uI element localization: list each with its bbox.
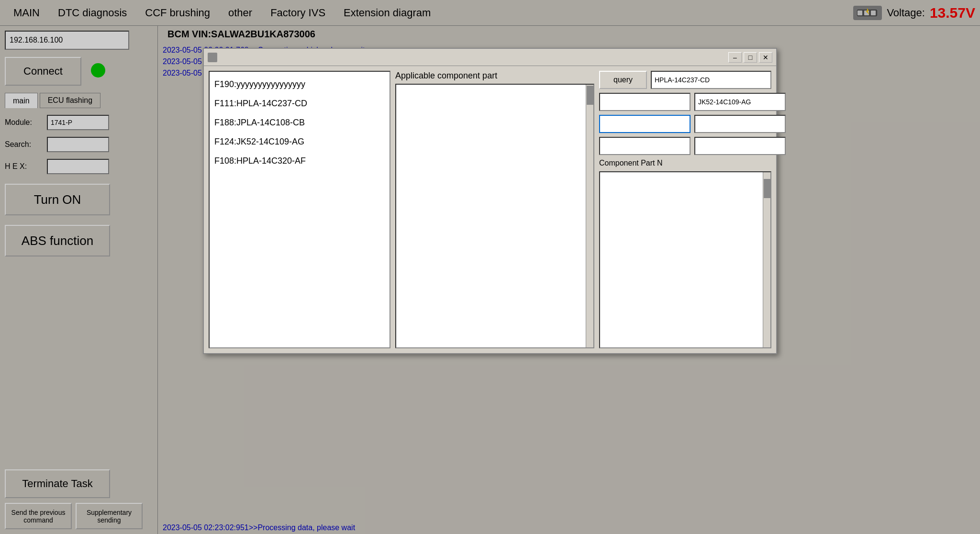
modal-minimize-button[interactable]: –	[728, 52, 742, 63]
right-scrollbar-thumb[interactable]	[764, 179, 770, 198]
modal-input-3-right[interactable]	[694, 115, 786, 133]
list-item[interactable]: F111:HPLA-14C237-CD	[212, 94, 387, 113]
modal-controls: – □ ✕	[728, 52, 772, 63]
applicable-label: Applicable component part	[395, 71, 594, 81]
query-row: query	[599, 71, 771, 89]
component-textarea[interactable]	[599, 171, 771, 348]
input-row-3	[599, 115, 771, 133]
modal-input-4-left[interactable]	[599, 137, 690, 155]
list-item[interactable]: F188:JPLA-14C108-CB	[212, 113, 387, 132]
modal-right-panel: query Component Part N	[599, 71, 771, 348]
input-row-4	[599, 137, 771, 155]
modal-window: – □ ✕ F190:yyyyyyyyyyyyyyyy F111:HPLA-14…	[203, 48, 777, 354]
applicable-area	[395, 84, 594, 348]
scrollbar-thumb[interactable]	[587, 86, 593, 105]
component-part-label: Component Part N	[599, 159, 771, 167]
input-row-2	[599, 93, 771, 111]
modal-middle-panel: Applicable component part	[395, 71, 594, 348]
list-item[interactable]: F190:yyyyyyyyyyyyyyyy	[212, 75, 387, 94]
list-item[interactable]: F124:JK52-14C109-AG	[212, 132, 387, 151]
modal-close-button[interactable]: ✕	[759, 52, 772, 63]
modal-restore-button[interactable]: □	[744, 52, 757, 63]
right-scrollbar[interactable]	[763, 172, 770, 347]
modal-input-1[interactable]	[651, 71, 771, 89]
middle-scrollbar[interactable]	[586, 85, 593, 347]
modal-input-4-right[interactable]	[694, 137, 786, 155]
modal-list-panel[interactable]: F190:yyyyyyyyyyyyyyyy F111:HPLA-14C237-C…	[209, 71, 390, 348]
modal-titlebar: – □ ✕	[204, 49, 776, 66]
modal-input-2-right[interactable]	[694, 93, 786, 111]
modal-overlay: – □ ✕ F190:yyyyyyyyyyyyyyyy F111:HPLA-14…	[0, 0, 980, 534]
modal-input-2-left[interactable]	[599, 93, 690, 111]
modal-input-3-left[interactable]	[599, 115, 690, 133]
list-item[interactable]: F108:HPLA-14C320-AF	[212, 151, 387, 170]
modal-body: F190:yyyyyyyyyyyyyyyy F111:HPLA-14C237-C…	[204, 66, 776, 353]
modal-app-icon	[208, 53, 217, 62]
query-button[interactable]: query	[599, 71, 647, 89]
